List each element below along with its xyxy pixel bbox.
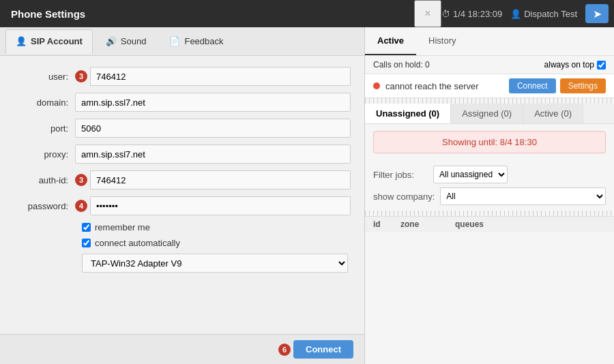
clock-icon: ⏱ — [441, 9, 450, 19]
show-company-row: show company: All — [373, 187, 606, 205]
password-label: password: — [14, 201, 75, 211]
tab-bar: 👤 SIP Account 🔊 Sound 📄 Feedback — [0, 27, 364, 56]
filter-jobs-select[interactable]: All unassigned Unassigned Assigned Activ… — [433, 166, 508, 183]
tab-history[interactable]: History — [416, 27, 468, 55]
drag-handle[interactable] — [365, 98, 614, 104]
tab-sound[interactable]: 🔊 Sound — [96, 29, 157, 54]
authid-label: auth-id: — [14, 175, 75, 185]
connect-auto-checkbox[interactable] — [82, 239, 91, 247]
col-queues: queues — [455, 219, 606, 229]
right-panel: Active History Calls on hold: 0 always o… — [365, 27, 614, 364]
main-content: 👤 SIP Account 🔊 Sound 📄 Feedback user: 3 — [0, 27, 614, 364]
col-id: id — [373, 219, 400, 229]
bottom-bar: 6 Connect — [0, 334, 364, 364]
port-row: port: — [14, 119, 351, 138]
error-bar: cannot reach the server Connect Settings — [365, 74, 614, 98]
authid-badge-wrap: 3 — [75, 174, 90, 186]
filter-jobs-row: Filter jobs: All unassigned Unassigned A… — [373, 166, 606, 183]
connect-button[interactable]: Connect — [293, 340, 353, 359]
password-badge: 4 — [75, 200, 87, 212]
domain-row: domain: — [14, 93, 351, 112]
connect-btn-wrap: 6 Connect — [278, 340, 353, 359]
always-on-top-label: always on top — [544, 60, 594, 70]
adapter-select[interactable]: TAP-Win32 Adapter V9 — [82, 254, 348, 273]
showing-until-bar: Showing until: 8/4 18:30 — [373, 131, 606, 153]
password-row: password: 4 — [14, 196, 351, 215]
drag-handle-2[interactable] — [365, 211, 614, 216]
user-label: user: — [14, 72, 75, 82]
remember-me-label: remember me — [95, 222, 150, 232]
top-bar: Phone Settings × ⏱ 1/4 18:23:09 👤 Dispat… — [0, 0, 614, 27]
show-company-label: show company: — [373, 192, 435, 202]
sub-tab-bar: Unassigned (0) Assigned (0) Active (0) — [365, 104, 614, 124]
always-on-top-checkbox[interactable] — [597, 61, 606, 70]
error-message: cannot reach the server — [385, 81, 509, 91]
remember-me-checkbox[interactable] — [82, 223, 91, 232]
sip-tab-icon: 👤 — [16, 36, 27, 46]
export-icon: ➤ — [593, 7, 602, 20]
col-zone: zone — [400, 219, 455, 229]
connect-small-button[interactable]: Connect — [509, 78, 556, 93]
show-company-select[interactable]: All — [440, 187, 606, 205]
connect-auto-row: connect automatically — [14, 238, 351, 248]
port-input[interactable] — [75, 119, 351, 138]
domain-input[interactable] — [75, 93, 351, 112]
feedback-tab-icon: 📄 — [169, 36, 180, 46]
authid-row: auth-id: 3 — [14, 170, 351, 189]
remember-me-row: remember me — [14, 222, 351, 232]
proxy-label: proxy: — [14, 149, 75, 160]
filter-area: Filter jobs: All unassigned Unassigned A… — [365, 160, 614, 211]
tab-feedback[interactable]: 📄 Feedback — [159, 29, 233, 54]
left-panel: 👤 SIP Account 🔊 Sound 📄 Feedback user: 3 — [0, 27, 365, 364]
status-bar: Calls on hold: 0 always on top — [365, 56, 614, 74]
sub-tab-assigned[interactable]: Assigned (0) — [451, 104, 523, 123]
filter-jobs-label: Filter jobs: — [373, 170, 428, 180]
authid-badge: 3 — [75, 174, 87, 186]
password-input[interactable] — [90, 196, 351, 215]
sound-tab-icon: 🔊 — [106, 36, 117, 46]
proxy-row: proxy: — [14, 145, 351, 164]
calls-on-hold: Calls on hold: 0 — [373, 60, 430, 70]
clock-time: ⏱ 1/4 18:23:09 — [441, 9, 502, 19]
sub-tab-active[interactable]: Active (0) — [523, 104, 583, 123]
port-label: port: — [14, 123, 75, 134]
adapter-row: TAP-Win32 Adapter V9 — [14, 254, 351, 273]
window-title: Phone Settings — [0, 8, 414, 20]
user-row: user: 3 — [14, 67, 351, 86]
connect-auto-label: connect automatically — [95, 238, 180, 248]
sub-tab-unassigned[interactable]: Unassigned (0) — [365, 104, 451, 123]
error-dot-icon — [373, 82, 380, 89]
user-badge: 3 — [75, 70, 87, 82]
error-actions: Connect Settings — [509, 78, 606, 93]
export-button[interactable]: ➤ — [585, 4, 609, 23]
settings-small-button[interactable]: Settings — [560, 78, 606, 93]
form-area: user: 3 domain: port: proxy: — [0, 56, 364, 334]
close-button[interactable]: × — [414, 0, 441, 27]
user-icon: 👤 — [510, 9, 521, 19]
authid-input[interactable] — [90, 170, 351, 189]
table-header: id zone queues — [365, 216, 614, 232]
proxy-input[interactable] — [75, 145, 351, 164]
tab-active[interactable]: Active — [365, 27, 416, 55]
top-bar-right: ⏱ 1/4 18:23:09 👤 Dispatch Test ➤ — [441, 4, 614, 23]
connect-badge: 6 — [278, 344, 291, 356]
user-badge-wrap: 3 — [75, 70, 90, 82]
domain-label: domain: — [14, 97, 75, 108]
password-badge-wrap: 4 — [75, 200, 90, 212]
tab-sip-account[interactable]: 👤 SIP Account — [5, 29, 93, 54]
right-tab-bar: Active History — [365, 27, 614, 56]
always-on-top-wrap: always on top — [544, 60, 606, 70]
user-info: 👤 Dispatch Test — [510, 9, 577, 19]
user-input[interactable] — [90, 67, 351, 86]
